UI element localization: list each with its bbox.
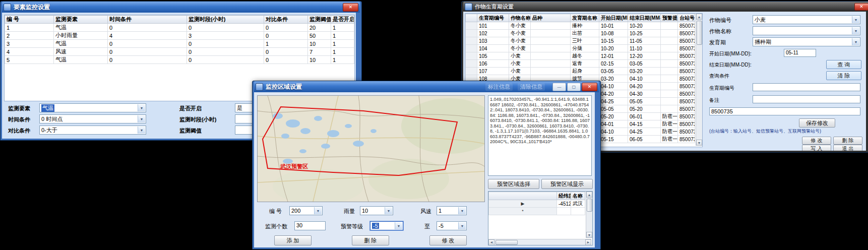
chevron-down-icon[interactable]: ▼	[458, 222, 466, 229]
map-canvas[interactable]: 武汉预警区	[257, 95, 485, 202]
coordinates-panel[interactable]: 1.049,.0170203457L, -90.941.1:1,641.9, 6…	[488, 95, 592, 176]
table-row[interactable]: 101 冬小麦 播种 10-01 10-20 8500730	[466, 22, 695, 30]
column-header[interactable]: 品种	[531, 14, 571, 22]
table-row[interactable]: 102 冬小麦 出苗 10-08 10-25 8500730	[466, 30, 695, 37]
scroll-thumb[interactable]	[697, 21, 702, 45]
row-selector[interactable]	[466, 45, 477, 52]
chevron-down-icon[interactable]: ▼	[385, 207, 392, 214]
scroll-down-icon[interactable]: ▼	[586, 232, 592, 238]
table-row[interactable]: 106 小麦 返青 02-15 03-05 8500730	[466, 60, 695, 68]
close-button[interactable]: ✕	[582, 83, 597, 91]
grid-vscrollbar[interactable]: ▲ ▼	[586, 192, 592, 238]
table-row[interactable]: 3 气温 0 0 1 10 1	[5, 40, 354, 48]
table-row[interactable]: 1 气温 0 0 0 20 1	[5, 24, 354, 32]
scroll-right-icon[interactable]: ►	[585, 239, 591, 245]
count-input[interactable]: 30	[294, 221, 326, 230]
row-selector[interactable]	[466, 60, 477, 68]
chevron-down-icon[interactable]: ▼	[852, 16, 859, 23]
action-button[interactable]: 添 加	[274, 235, 312, 245]
column-header[interactable]: 生育期编号	[477, 14, 509, 22]
grid-hscrollbar[interactable]: ◄ ►	[488, 239, 591, 245]
table-row[interactable]: 2 小时雨量 4 3 0 50 1	[5, 32, 354, 40]
table-row[interactable]: 103 冬小麦 三叶 10-15 11-05 8500730	[466, 37, 695, 45]
column-header[interactable]: 监测阈值	[308, 16, 331, 24]
table-row[interactable]: *	[489, 208, 585, 215]
scroll-down-icon[interactable]: ▼	[696, 140, 702, 146]
column-header[interactable]: 时间条件	[108, 16, 187, 24]
column-header[interactable]: 监测要素	[54, 16, 108, 24]
close-button[interactable]: ✕	[854, 3, 868, 11]
table-row[interactable]: 5 气温 0 0 0 10 1	[5, 56, 354, 64]
scroll-up-icon[interactable]: ▲	[586, 192, 592, 198]
column-header[interactable]: 发育期名称	[571, 14, 599, 22]
action-button[interactable]: 删 除	[352, 235, 389, 245]
row-selector[interactable]	[466, 37, 477, 45]
chevron-down-icon[interactable]: ▼	[458, 207, 466, 214]
element-select[interactable]: 气温 ▼	[39, 103, 146, 112]
row-selector[interactable]	[466, 22, 477, 30]
exit-button[interactable]: 退 出	[833, 145, 862, 151]
table-row[interactable]: 4 风速 0 0 0 7 1	[5, 48, 354, 56]
column-header[interactable]: 监测时段(小时)	[187, 16, 264, 24]
titlebar-label[interactable]: 清除信息	[518, 83, 545, 91]
remark-input[interactable]	[753, 95, 860, 103]
column-header[interactable]: 作物名称	[509, 14, 531, 22]
column-header[interactable]: 经纬度	[557, 192, 571, 200]
table-row[interactable]: 105 小麦 越冬 12-01 12-20 8500730	[466, 52, 695, 60]
column-header[interactable]: 结束日期(MM-DD)	[628, 14, 661, 22]
chevron-down-icon[interactable]: ▼	[314, 207, 322, 214]
table-row[interactable]: ▶ -45122.16838... 武汉	[489, 200, 585, 208]
region-show-button[interactable]: 预警区域显示	[541, 179, 593, 189]
to-select[interactable]: -5 ▼	[437, 221, 467, 230]
query-button[interactable]: 查 询	[826, 60, 861, 69]
column-header[interactable]: 对比条件	[264, 16, 308, 24]
region-no-select[interactable]: 200 ▼	[289, 206, 323, 215]
chevron-down-icon[interactable]: ▼	[852, 27, 859, 34]
title-bar[interactable]: 作物生育期设置 ✕	[463, 2, 868, 12]
close-button[interactable]: ✕	[343, 3, 358, 12]
column-header[interactable]: 编 号	[5, 16, 54, 24]
chevron-down-icon[interactable]: ▼	[852, 38, 859, 45]
scroll-up-icon[interactable]: ▲	[696, 14, 702, 20]
station-input[interactable]: 8500735	[709, 107, 860, 115]
titlebar-label[interactable]: 标注信息	[485, 83, 513, 91]
region-select-button[interactable]: 预警区域选择	[488, 179, 539, 189]
chevron-down-icon[interactable]: ▼	[138, 115, 145, 122]
scroll-thumb[interactable]	[495, 240, 518, 245]
column-header[interactable]: 名称	[571, 192, 585, 200]
table-row[interactable]: 104 冬小麦 分蘖 10-20 11-10 8500730	[466, 45, 695, 52]
save-modify-button[interactable]: 保存修改	[799, 118, 835, 128]
start-date-input[interactable]: 05-11	[784, 49, 816, 57]
row-selector[interactable]	[466, 52, 477, 60]
level-select[interactable]: -5 ▼	[370, 221, 403, 230]
wind-select[interactable]: 1 ▼	[437, 206, 467, 215]
title-bar[interactable]: 要素监控设置 ✕	[2, 2, 360, 13]
action-button[interactable]: 修 改	[429, 235, 467, 245]
scroll-thumb[interactable]	[587, 199, 592, 212]
crop-no-select[interactable]: 小麦 ▼	[753, 15, 860, 24]
column-header[interactable]: 预警提示	[661, 14, 678, 22]
column-header[interactable]: 开始日期(MM-DD)	[599, 14, 628, 22]
maximize-button[interactable]: ▢	[567, 83, 581, 91]
rain-select[interactable]: 10 ▼	[360, 206, 393, 215]
compare-select[interactable]: 0-大于 ▼	[39, 126, 146, 135]
row-selector[interactable]	[466, 68, 477, 75]
crop-name-select[interactable]: ▼	[753, 26, 860, 35]
write-button[interactable]: 写 入	[802, 145, 831, 151]
stage-select[interactable]: 播种期 ▼	[753, 37, 860, 46]
chevron-down-icon[interactable]: ▼	[138, 127, 145, 134]
chevron-down-icon[interactable]: ▼	[138, 104, 145, 111]
table-row[interactable]: 107 小麦 起身 03-05 03-20 8500730	[466, 68, 695, 75]
minimize-button[interactable]: —	[552, 83, 566, 91]
clear-button[interactable]: 清 除	[826, 71, 861, 80]
row-selector[interactable]	[466, 30, 477, 37]
stageno-input[interactable]	[753, 83, 860, 91]
time-cond-select[interactable]: 0 时间点 ▼	[39, 114, 146, 123]
column-header[interactable]: 是否开启	[331, 16, 354, 24]
chevron-down-icon[interactable]: ▼	[395, 222, 402, 229]
title-bar[interactable]: 监控区域设置 标注信息清除信息 — ▢ ✕	[254, 81, 599, 92]
modify-button[interactable]: 修 改	[802, 137, 831, 145]
scroll-left-icon[interactable]: ◄	[488, 239, 494, 245]
delete-button[interactable]: 删 除	[833, 137, 862, 145]
column-header[interactable]: 台站号	[678, 14, 695, 22]
